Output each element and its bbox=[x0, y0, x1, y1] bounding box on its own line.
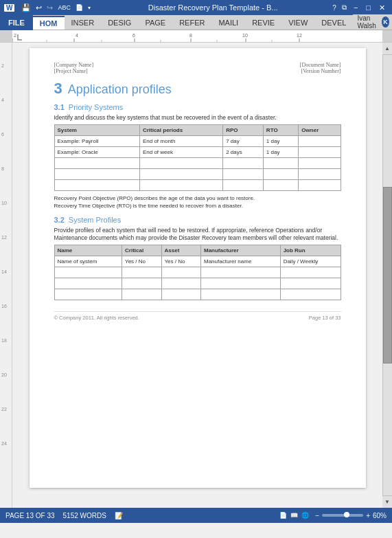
cell-jobrun-4 bbox=[280, 289, 341, 300]
cell-critical-3 bbox=[139, 158, 222, 169]
tab-developer[interactable]: DEVEL bbox=[314, 16, 353, 30]
file-tab[interactable]: FILE bbox=[0, 15, 33, 30]
cell-critical-t2-4 bbox=[122, 289, 161, 300]
cell-system-5 bbox=[54, 180, 139, 191]
col-system: System bbox=[54, 125, 139, 136]
table-row: Example: Oracle End of week 2 days 1 day bbox=[54, 147, 341, 158]
cell-asset-1: Yes / No bbox=[161, 256, 200, 267]
status-left: PAGE 13 OF 33 5152 WORDS 📝 bbox=[5, 512, 123, 519]
tab-design[interactable]: DESIG bbox=[101, 16, 138, 30]
user-name: Ivan Walsh bbox=[357, 14, 380, 30]
cell-rto-3 bbox=[263, 158, 299, 169]
tab-home[interactable]: HOM bbox=[33, 16, 65, 30]
tab-review[interactable]: REVIE bbox=[245, 16, 281, 30]
word-logo-icon: W bbox=[4, 4, 14, 12]
status-bar: PAGE 13 OF 33 5152 WORDS 📝 📄 📖 🌐 − + 60% bbox=[0, 508, 392, 523]
section3-title: Application profiles bbox=[68, 82, 172, 97]
scrollbar-thumb[interactable] bbox=[383, 187, 392, 363]
full-reading-icon[interactable]: 📖 bbox=[290, 512, 299, 519]
cell-owner-3 bbox=[299, 158, 341, 169]
table-row: Name of system Yes / No Yes / No Manufac… bbox=[54, 256, 341, 267]
section31-description: Identify and discuss the key systems tha… bbox=[54, 114, 341, 122]
note-rpo: Recovery Point Objective (RPO) describes… bbox=[54, 195, 341, 201]
tab-page[interactable]: PAGE bbox=[138, 16, 172, 30]
section31-heading: 3.1 Priority Systems bbox=[54, 103, 341, 111]
cell-rpo-2: 2 days bbox=[223, 147, 264, 158]
scroll-up-icon[interactable]: ▲ bbox=[384, 45, 390, 52]
header-right: [Document Name] [Version Number] bbox=[300, 62, 341, 74]
zoom-in-icon[interactable]: + bbox=[366, 512, 370, 519]
document-name-placeholder: [Document Name] bbox=[300, 62, 341, 68]
spell-check-icon[interactable]: ABC bbox=[56, 4, 72, 11]
section32-description: Provide profiles of each system that wil… bbox=[54, 227, 341, 242]
table-row bbox=[54, 169, 341, 180]
web-layout-icon[interactable]: 🌐 bbox=[301, 512, 310, 519]
scrollbar-track[interactable] bbox=[382, 55, 392, 495]
table-row bbox=[54, 267, 341, 278]
spell-check-icon[interactable]: 📝 bbox=[115, 512, 123, 519]
section32-title: System Profiles bbox=[69, 216, 121, 224]
title-bar-title: Disaster Recovery Plan Template - B... bbox=[95, 3, 331, 12]
undo-icon[interactable]: ↩ bbox=[34, 3, 43, 12]
section3-heading: 3 Application profiles bbox=[54, 80, 341, 98]
quick-print-icon[interactable]: 📄 bbox=[74, 4, 84, 11]
col-rpo: RPO bbox=[223, 125, 264, 136]
help-icon[interactable]: ? bbox=[331, 4, 338, 12]
ruler-right-margin bbox=[382, 30, 392, 42]
tab-view[interactable]: VIEW bbox=[281, 16, 314, 30]
cell-jobrun-1: Daily / Weekly bbox=[280, 256, 341, 267]
company-name-placeholder: [Company Name] bbox=[54, 62, 94, 68]
title-bar: W 💾 ↩ ↪ ABC 📄 ▾ Disaster Recovery Plan T… bbox=[0, 0, 392, 15]
cell-rto-5 bbox=[263, 180, 299, 191]
ruler-white: 2 4 6 8 10 12 bbox=[12, 30, 382, 42]
cell-system-4 bbox=[54, 169, 139, 180]
cell-critical-t2-3 bbox=[122, 278, 161, 289]
cell-rto-1: 1 day bbox=[263, 136, 299, 147]
document-page: [Company Name] [Project Name] [Document … bbox=[30, 48, 366, 488]
svg-text:10: 10 bbox=[242, 33, 248, 38]
redo-icon[interactable]: ↪ bbox=[45, 3, 54, 12]
title-bar-controls: ? ⧉ − □ ✕ bbox=[331, 3, 388, 12]
minimize-button[interactable]: − bbox=[351, 3, 360, 12]
restore-icon[interactable]: ⧉ bbox=[341, 3, 348, 12]
zoom-level[interactable]: 60% bbox=[373, 512, 387, 519]
tab-insert[interactable]: INSER bbox=[65, 16, 102, 30]
cell-name-2 bbox=[54, 267, 122, 278]
zoom-out-icon[interactable]: − bbox=[315, 512, 319, 519]
page-status[interactable]: PAGE 13 OF 33 bbox=[5, 512, 55, 519]
word-count-status[interactable]: 5152 WORDS bbox=[63, 512, 106, 519]
svg-text:8: 8 bbox=[189, 33, 192, 38]
cell-manufacturer-4 bbox=[200, 289, 280, 300]
version-number-placeholder: [Version Number] bbox=[300, 68, 341, 74]
cell-rto-2: 1 day bbox=[263, 147, 299, 158]
table-row: Example: Payroll End of month 7 day 1 da… bbox=[54, 136, 341, 147]
cell-critical-4 bbox=[139, 169, 222, 180]
cell-critical-t2-1: Yes / No bbox=[122, 256, 161, 267]
quick-access-toolbar: 💾 ↩ ↪ ABC 📄 ▾ bbox=[17, 0, 95, 15]
document-scroll-area[interactable]: [Company Name] [Project Name] [Document … bbox=[12, 43, 382, 508]
col-owner: Owner bbox=[299, 125, 341, 136]
scroll-down-icon[interactable]: ▼ bbox=[384, 499, 390, 505]
user-avatar: K bbox=[382, 16, 389, 27]
cell-owner-5 bbox=[299, 180, 341, 191]
table-row bbox=[54, 158, 341, 169]
cell-jobrun-2 bbox=[280, 267, 341, 278]
print-layout-icon[interactable]: 📄 bbox=[279, 512, 288, 519]
cell-name-3 bbox=[54, 278, 122, 289]
close-button[interactable]: ✕ bbox=[376, 3, 388, 12]
col-critical-periods: Critical periods bbox=[139, 125, 222, 136]
tab-references[interactable]: REFER bbox=[172, 16, 211, 30]
tab-mailings[interactable]: MAILI bbox=[211, 16, 245, 30]
save-icon[interactable]: 💾 bbox=[20, 3, 32, 12]
maximize-button[interactable]: □ bbox=[363, 3, 373, 12]
cell-owner-4 bbox=[299, 169, 341, 180]
col-name: Name bbox=[54, 245, 122, 256]
dropdown-arrow-icon[interactable]: ▾ bbox=[87, 5, 92, 11]
col-asset: Asset bbox=[161, 245, 200, 256]
svg-text:4: 4 bbox=[76, 33, 78, 38]
zoom-slider[interactable] bbox=[322, 514, 363, 517]
cell-system-2: Example: Oracle bbox=[54, 147, 139, 158]
col-manufacturer: Manufacturer bbox=[200, 245, 280, 256]
table-row bbox=[54, 278, 341, 289]
right-scrollbar[interactable]: ▲ ▼ bbox=[382, 43, 392, 508]
